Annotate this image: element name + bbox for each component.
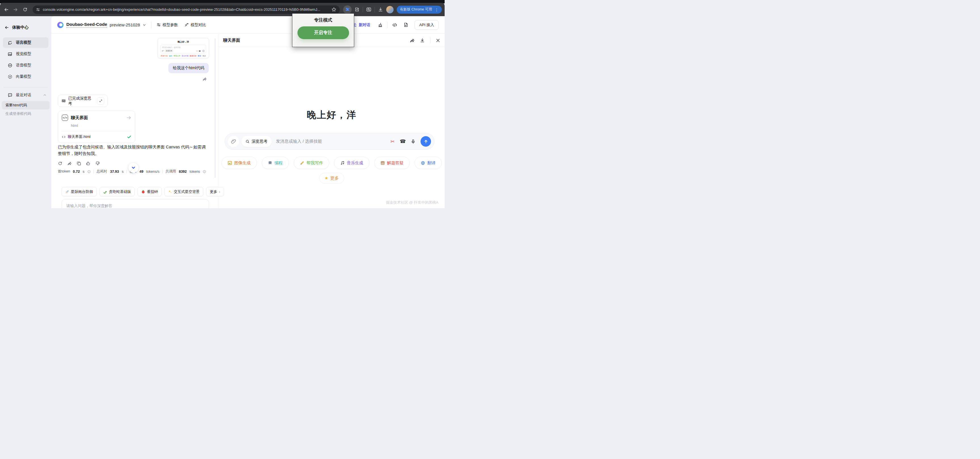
skill-coding[interactable]: 编程 [262,156,289,169]
skill-translate[interactable]: 翻译 [415,156,442,169]
chat-model-icon [8,40,13,45]
sidebar-item-speech-model[interactable]: 语音模型 [3,60,48,71]
thumbs-down-icon[interactable] [95,161,100,166]
sidebar-item-vector-model[interactable]: 向量模型 [3,71,48,82]
message-share-button[interactable] [202,77,207,81]
phone-call-icon[interactable]: ☎ [400,139,406,144]
sidebar-item-language-model[interactable]: 语言模型 [3,37,48,48]
reload-button[interactable] [22,6,29,13]
phone-icon: ☎ [199,50,201,52]
forward-button[interactable] [12,6,19,13]
more-label: 更多 [210,189,217,194]
code-view-icon[interactable] [392,22,397,27]
extensions-icon[interactable] [355,7,360,12]
sidebar-item-label: 向量模型 [16,74,31,79]
user-message-image-thumbnail[interactable]: 晚上好，洋 发消息或输入 / 选择技能 深度思考 ✂ ☎ 图像生成 编程 帮我写… [158,38,209,58]
compare-icon [185,23,189,27]
thumbnail-greeting: 晚上好，洋 [158,40,209,43]
focus-extension-button[interactable] [343,5,352,14]
check-icon [127,135,131,139]
skill-label: 图像生成 [234,160,251,166]
share-arrow-icon [202,77,207,81]
suggestion-chip[interactable]: 贪吃蛇基础版 [100,187,135,196]
clear-context-broom-icon[interactable] [378,22,383,27]
skill-music-generation[interactable]: 音乐生成 [334,156,369,169]
url-text: console.volcengine.com/ark/region:ark+cn… [43,7,329,12]
recent-chat-item[interactable]: 索要html代码 [2,101,49,110]
recent-chats-icon [8,93,13,97]
tomato-icon [141,190,145,194]
back-to-experience-center[interactable]: 体验中心 [0,16,51,30]
downloads-icon[interactable] [378,7,383,12]
user-message-bubble: 给我这个html代码 [169,63,209,73]
stat-unit: tokens [190,170,200,174]
share-icon[interactable] [67,161,72,166]
chat-scrollbar[interactable] [215,38,215,178]
expand-thinking-button[interactable] [97,97,104,105]
document-icon[interactable] [404,22,408,27]
model-compare-button[interactable]: 模型对比 [185,22,206,27]
recent-chats-header[interactable]: 最近对话 [0,92,51,97]
header-separator [387,22,388,28]
scroll-to-bottom-button[interactable] [129,163,138,173]
scissors-icon[interactable]: ✂ [390,139,395,145]
send-button[interactable] [420,136,431,147]
info-icon[interactable] [88,170,91,173]
skill-image-generation[interactable]: 图像生成 [221,156,257,169]
preview-toolbar-icons [410,37,440,43]
suggestion-chip[interactable]: 星际炮台防御 [62,187,97,196]
browser-toolbar: console.volcengine.com/ark/region:ark+cn… [0,3,445,16]
info-icon[interactable] [203,170,206,173]
deep-think-toggle[interactable]: 深度思考 [241,136,272,147]
new-chat-button[interactable]: 新对话 [352,22,370,27]
more-skills-button[interactable]: ★ 更多 [319,173,344,183]
artifact-file-row[interactable]: 聊天界面.html [58,131,135,143]
regenerate-icon[interactable] [58,161,62,166]
api-access-button[interactable]: API 接入 [415,20,439,30]
skill-writing[interactable]: 帮我写作 [294,156,329,169]
download-icon[interactable] [420,38,425,43]
thumbs-up-icon[interactable] [86,161,91,166]
paperclip-icon [231,139,236,144]
artifact-card[interactable]: </> 聊天界面 html 聊天界面.html [58,111,135,143]
suggestion-chip[interactable]: 交互式星空背景 [164,187,203,196]
model-selector[interactable]: Doubao-Seed-Code [66,22,107,28]
back-button[interactable] [3,6,10,13]
thumbnail-chip: 帮我写作 [173,55,180,57]
skill-label: 音乐生成 [347,160,363,166]
microphone-icon[interactable] [411,139,415,144]
suggestion-label: 贪吃蛇基础版 [109,189,131,194]
suggestion-chip[interactable]: 番茄钟 [138,187,162,196]
profile-avatar[interactable] [386,6,394,13]
bookmark-star-icon[interactable] [331,7,336,12]
arrow-right-icon[interactable] [126,115,131,120]
skill-problem-solving[interactable]: 解题答疑 [374,156,410,169]
browser-menu-icon[interactable]: ⋮ [435,7,439,12]
thumbnail-chip: 音乐生成 [182,55,189,57]
tab-search-icon[interactable] [366,7,371,12]
audio-model-icon [8,63,13,68]
chevron-up-icon[interactable] [43,93,46,97]
thumbnail-input-box: 发消息或输入 / 选择技能 深度思考 ✂ ☎ [161,45,206,53]
chat-input-box[interactable]: 请输入问题，帮你深度解答 [62,199,209,208]
close-icon[interactable] [436,38,440,43]
thumbnail-chip: 编程 [169,55,172,57]
attachment-button[interactable] [228,136,239,147]
export-icon[interactable] [410,38,415,43]
start-focus-button[interactable]: 开启专注 [298,26,349,39]
recent-chat-item[interactable]: 生成登录框代码 [2,110,49,118]
page-header: Doubao-Seed-Code preview-251028 模型参数 模型对… [51,16,445,34]
copy-icon[interactable] [76,161,81,166]
toolbar-separator [363,7,363,13]
chrome-update-button[interactable]: 有新版 Chrome 可用 ⋮ [397,6,442,14]
chevron-down-icon[interactable] [143,23,146,27]
sidebar-item-vision-model[interactable]: 视觉模型 [3,48,48,59]
sliders-icon [156,23,161,27]
sidebar-item-label: 视觉模型 [16,51,31,56]
model-params-button[interactable]: 模型参数 [156,22,178,27]
url-bar[interactable]: console.volcengine.com/ark/region:ark+cn… [33,5,340,14]
preview-input-placeholder: 发消息或输入 / 选择技能 [276,139,322,144]
preview-input-bar[interactable]: 深度思考 发消息或输入 / 选择技能 ✂ ☎ [224,133,434,150]
chat-column: 晚上好，洋 发消息或输入 / 选择技能 深度思考 ✂ ☎ 图像生成 编程 帮我写… [51,34,218,208]
more-skills-label: 更多 [330,175,339,181]
